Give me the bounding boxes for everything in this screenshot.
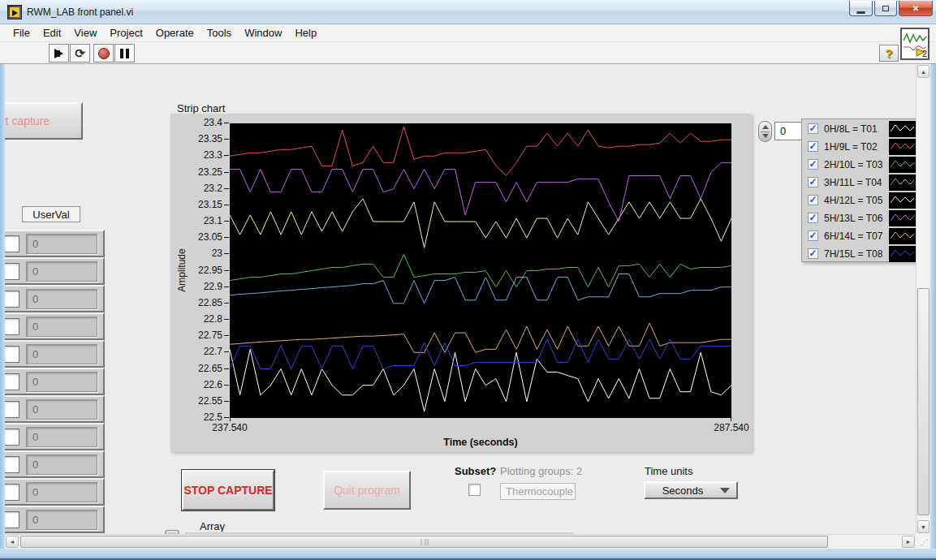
horizontal-scrollbar[interactable]: ◄ ► bbox=[5, 534, 916, 549]
help-button[interactable]: ? bbox=[879, 45, 899, 62]
trace-T07 bbox=[230, 323, 731, 352]
title-bar: RWM_LAB front panel.vi ▬ ✕ bbox=[0, 0, 936, 24]
y-tick-label: 22.55 bbox=[174, 395, 222, 407]
window-frame-right bbox=[930, 64, 936, 549]
legend-label: 3H/11L = T04 bbox=[824, 177, 882, 188]
y-axis-label: Amplitude bbox=[176, 213, 188, 327]
menu-item-help[interactable]: Help bbox=[288, 24, 323, 42]
userval-row: 0 bbox=[5, 506, 105, 533]
scroll-right-button[interactable]: ► bbox=[902, 536, 915, 548]
menu-item-view[interactable]: View bbox=[67, 24, 103, 42]
userval-checkbox[interactable] bbox=[5, 346, 19, 363]
menu-item-tools[interactable]: Tools bbox=[201, 24, 238, 42]
userval-value-field[interactable]: 0 bbox=[26, 372, 97, 392]
legend-checkbox[interactable]: ✓ bbox=[808, 123, 818, 134]
userval-checkbox[interactable] bbox=[5, 401, 19, 418]
legend-row[interactable]: ✓4H/12L = T05 bbox=[802, 192, 916, 209]
legend-checkbox[interactable]: ✓ bbox=[808, 159, 818, 170]
legend-row[interactable]: ✓6H/14L = T07 bbox=[802, 227, 916, 245]
userval-row: 0 bbox=[5, 285, 105, 312]
y-tick-mark bbox=[224, 205, 229, 205]
start-capture-button[interactable]: Start capture bbox=[5, 102, 83, 140]
legend-row[interactable]: ✓5H/13L = T06 bbox=[802, 209, 916, 227]
legend-checkbox[interactable]: ✓ bbox=[808, 177, 818, 187]
run-button[interactable] bbox=[49, 44, 69, 62]
legend-row[interactable]: ✓1H/9L = T02 bbox=[802, 138, 916, 156]
userval-checkbox[interactable] bbox=[5, 373, 19, 390]
userval-value-field[interactable]: 0 bbox=[26, 454, 97, 475]
userval-row: 0 bbox=[5, 423, 105, 450]
resize-grip[interactable]: ⋰ bbox=[916, 534, 930, 549]
scroll-down-button[interactable]: ▼ bbox=[917, 520, 930, 533]
legend-row[interactable]: ✓0H/8L = T01 bbox=[802, 120, 916, 138]
abort-button[interactable] bbox=[93, 44, 114, 62]
userval-checkbox[interactable] bbox=[5, 511, 19, 528]
y-tick-label: 22.5 bbox=[174, 411, 222, 423]
menu-item-operate[interactable]: Operate bbox=[149, 24, 201, 42]
y-tick-mark bbox=[224, 237, 229, 238]
legend-trace-sample bbox=[889, 192, 916, 209]
maximize-button[interactable] bbox=[874, 1, 897, 16]
legend-checkbox[interactable]: ✓ bbox=[808, 248, 818, 259]
trace-T08 bbox=[230, 339, 731, 368]
userval-value-field[interactable]: 0 bbox=[26, 261, 97, 282]
userval-value-field[interactable]: 0 bbox=[26, 482, 97, 502]
quit-program-button[interactable]: Quit program bbox=[323, 471, 411, 510]
userval-value-field[interactable]: 0 bbox=[26, 289, 97, 309]
scroll-left-button[interactable]: ◄ bbox=[6, 536, 19, 548]
legend-checkbox[interactable]: ✓ bbox=[808, 141, 818, 152]
time-units-dropdown[interactable]: Seconds bbox=[644, 481, 738, 499]
menu-item-project[interactable]: Project bbox=[103, 24, 149, 42]
x-axis-min: 237.540 bbox=[212, 422, 247, 433]
legend-row[interactable]: ✓2H/10L = T03 bbox=[802, 156, 916, 174]
userval-checkbox[interactable] bbox=[5, 263, 19, 280]
trace-T02 bbox=[230, 127, 731, 176]
legend-label: 6H/14L = T07 bbox=[824, 230, 882, 242]
plot-legend: ✓0H/8L = T01✓1H/9L = T02✓2H/10L = T03✓3H… bbox=[801, 118, 916, 262]
legend-row[interactable]: ✓7H/15L = T08 bbox=[802, 245, 916, 263]
labview-window: RWM_LAB front panel.vi ▬ ✕ FileEditViewP… bbox=[0, 0, 936, 560]
menu-item-window[interactable]: Window bbox=[238, 24, 288, 42]
userval-checkbox[interactable] bbox=[5, 429, 19, 446]
y-tick-mark bbox=[224, 253, 229, 254]
labview-app-icon bbox=[7, 5, 22, 19]
legend-checkbox[interactable]: ✓ bbox=[808, 195, 818, 205]
run-continuous-button[interactable]: ⟳ bbox=[70, 44, 90, 62]
userval-checkbox[interactable] bbox=[5, 318, 19, 335]
userval-checkbox[interactable] bbox=[5, 484, 19, 501]
chevron-down-icon bbox=[720, 488, 730, 493]
close-button[interactable]: ✕ bbox=[899, 1, 933, 16]
trace-T03 bbox=[230, 254, 731, 286]
minimize-button[interactable]: ▬ bbox=[849, 1, 873, 16]
userval-value-field[interactable]: 0 bbox=[26, 234, 97, 254]
userval-value-field[interactable]: 0 bbox=[26, 344, 97, 364]
time-units-label: Time units bbox=[645, 465, 692, 477]
legend-checkbox[interactable]: ✓ bbox=[808, 230, 818, 241]
userval-value-field[interactable]: 0 bbox=[26, 427, 97, 447]
subset-checkbox[interactable] bbox=[468, 484, 481, 496]
userval-checkbox[interactable] bbox=[5, 235, 19, 252]
history-index-spinner[interactable] bbox=[758, 121, 772, 142]
pause-button[interactable] bbox=[114, 44, 135, 62]
y-tick-mark bbox=[224, 417, 229, 418]
vertical-scrollbar[interactable]: ▲ ▼ bbox=[916, 64, 930, 534]
stop-capture-button[interactable]: STOP CAPTURE bbox=[182, 470, 274, 510]
userval-value-field[interactable]: 0 bbox=[26, 317, 97, 337]
menu-item-edit[interactable]: Edit bbox=[37, 24, 67, 42]
horizontal-scroll-thumb[interactable] bbox=[20, 536, 828, 548]
legend-trace-sample bbox=[889, 139, 916, 155]
menu-item-file[interactable]: File bbox=[6, 24, 37, 42]
scroll-up-button[interactable]: ▲ bbox=[917, 65, 930, 78]
legend-swatch bbox=[889, 121, 916, 137]
userval-checkbox[interactable] bbox=[5, 291, 19, 308]
userval-value-field[interactable]: 0 bbox=[26, 510, 97, 530]
legend-label: 2H/10L = T03 bbox=[824, 159, 882, 170]
legend-trace-sample bbox=[889, 210, 916, 226]
abort-icon bbox=[98, 48, 110, 59]
userval-checkbox[interactable] bbox=[5, 456, 19, 473]
userval-row: 0 bbox=[5, 312, 105, 340]
vertical-scroll-thumb[interactable] bbox=[917, 288, 930, 515]
legend-checkbox[interactable]: ✓ bbox=[808, 213, 818, 223]
legend-row[interactable]: ✓3H/11L = T04 bbox=[802, 174, 916, 192]
userval-value-field[interactable]: 0 bbox=[26, 399, 97, 420]
